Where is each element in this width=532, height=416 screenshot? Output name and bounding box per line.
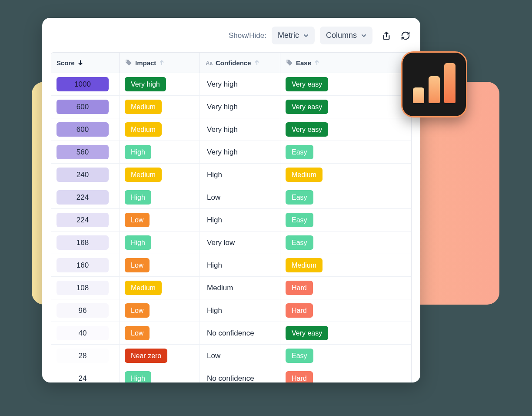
col-ease-label: Ease [296,59,311,67]
cell-impact: Very high [120,73,200,95]
col-impact[interactable]: Impact [120,53,200,73]
cell-impact: Medium [120,277,200,299]
cell-ease: Hard [280,367,411,382]
table-row[interactable]: 96LowHighHard [51,299,411,322]
cell-ease: Hard [280,299,411,322]
columns-select[interactable]: Columns [320,27,372,44]
confidence-text: Very low [205,238,235,247]
table-row[interactable]: 1000Very highVery highVery easy [51,73,411,96]
confidence-text: High [205,261,222,270]
impact-tag: High [125,235,151,250]
score-pill: 160 [57,258,109,272]
cell-impact: Medium [120,118,200,141]
cell-ease: Easy [280,186,411,208]
col-score[interactable]: Score [51,53,120,73]
metric-select[interactable]: Metric [272,27,315,44]
ease-tag: Easy [286,349,313,363]
ease-tag: Medium [286,258,323,272]
chevron-down-icon [361,33,366,38]
col-impact-label: Impact [135,59,156,67]
svg-text:Aa: Aa [206,60,213,66]
share-button[interactable] [381,30,392,41]
confidence-text: Very high [205,80,238,89]
cell-confidence: High [200,164,280,186]
tag-icon [125,59,133,67]
columns-select-label: Columns [326,31,357,40]
impact-tag: Low [125,326,150,340]
impact-tag: Low [125,258,150,272]
cell-score: 28 [51,345,120,367]
cell-confidence: Very high [200,118,280,141]
impact-tag: Low [125,213,150,227]
cell-score: 600 [51,96,120,118]
table-row[interactable]: 168HighVery lowEasy [51,231,411,254]
table-row[interactable]: 600MediumVery highVery easy [51,96,411,118]
confidence-text: High [205,306,222,315]
cell-ease: Easy [280,209,411,231]
table-row[interactable]: 28Near zeroLowEasy [51,345,411,367]
table-row[interactable]: 560HighVery highEasy [51,141,411,164]
col-confidence[interactable]: Aa Confidence [200,53,280,73]
cell-ease: Very easy [280,73,411,95]
confidence-text: No confidence [205,329,254,338]
cell-score: 168 [51,231,120,254]
table-row[interactable]: 224HighLowEasy [51,186,411,209]
impact-tag: High [125,145,151,159]
score-pill: 24 [57,371,109,382]
cell-ease: Very easy [280,118,411,141]
table-row[interactable]: 224LowHighEasy [51,209,411,231]
table-row[interactable]: 600MediumVery highVery easy [51,118,411,141]
table-row[interactable]: 24HighNo confidenceHard [51,367,411,382]
scoring-card: Show/Hide: Metric Columns Score Impact [42,18,420,382]
bar-chart-icon [413,63,456,103]
cell-score: 24 [51,367,120,382]
confidence-text: Very high [205,125,238,134]
col-ease[interactable]: Ease [280,53,411,73]
cell-score: 96 [51,299,120,322]
col-score-label: Score [57,59,75,67]
table-row[interactable]: 240MediumHighMedium [51,164,411,186]
cell-score: 224 [51,186,120,208]
cell-confidence: High [200,299,280,322]
confidence-text: High [205,216,222,225]
cell-impact: Near zero [120,345,200,367]
table-row[interactable]: 108MediumMediumHard [51,277,411,299]
cell-ease: Medium [280,254,411,276]
impact-tag: Very high [125,77,166,91]
ease-tag: Easy [286,145,313,159]
cell-ease: Very easy [280,96,411,118]
ease-tag: Very easy [286,100,328,114]
cell-score: 1000 [51,73,120,95]
score-pill: 40 [57,326,109,340]
cell-ease: Hard [280,277,411,299]
metric-select-label: Metric [278,31,299,40]
cell-ease: Easy [280,345,411,367]
table-row[interactable]: 160LowHighMedium [51,254,411,277]
table-header: Score Impact Aa Confidence Ease [51,53,411,73]
cell-confidence: Very low [200,231,280,254]
bar-1 [413,87,424,103]
score-pill: 600 [57,100,109,114]
refresh-button[interactable] [400,30,411,41]
cell-confidence: Very high [200,96,280,118]
cell-confidence: High [200,209,280,231]
impact-tag: High [125,190,151,205]
cell-impact: High [120,367,200,382]
impact-tag: Near zero [125,349,167,363]
score-pill: 108 [57,281,109,295]
cell-ease: Easy [280,231,411,254]
tag-icon [286,59,293,67]
table-body: 1000Very highVery highVery easy600Medium… [51,73,411,382]
cell-confidence: No confidence [200,322,280,344]
cell-impact: High [120,141,200,163]
table-row[interactable]: 40LowNo confidenceVery easy [51,322,411,345]
col-confidence-label: Confidence [216,59,251,67]
refresh-icon [401,31,410,40]
arrow-up-icon [159,60,165,66]
confidence-text: Very high [205,103,238,111]
cell-confidence: No confidence [200,367,280,382]
arrow-down-icon [77,60,83,66]
ease-tag: Easy [286,190,313,205]
impact-tag: High [125,371,151,382]
score-pill: 224 [57,213,109,227]
